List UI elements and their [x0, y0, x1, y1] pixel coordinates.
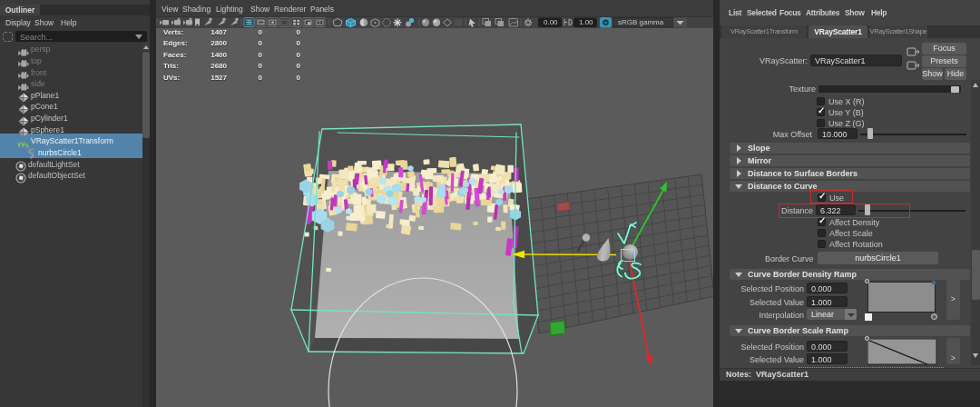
svg-text:1.00: 1.00 — [579, 18, 593, 26]
svg-text:0.00: 0.00 — [544, 18, 558, 26]
svg-text:sRGB gamma: sRGB gamma — [618, 18, 664, 26]
